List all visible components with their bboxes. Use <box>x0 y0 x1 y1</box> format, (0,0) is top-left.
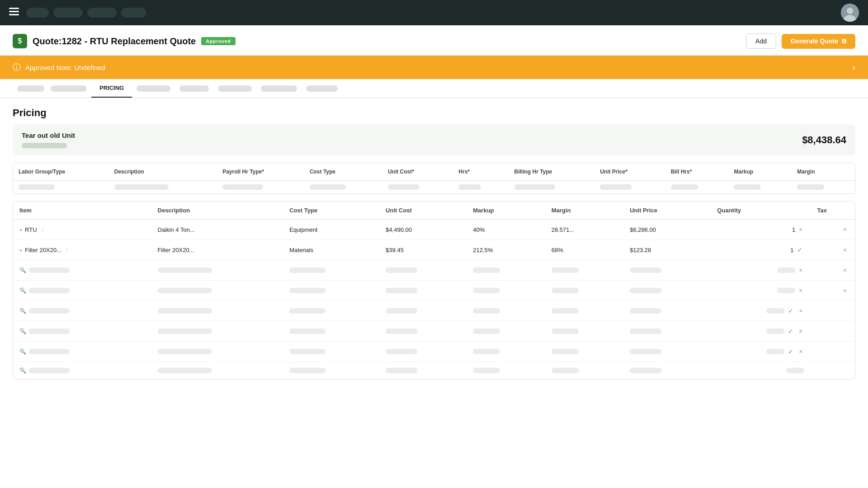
items-col-quantity: Quantity <box>711 202 811 220</box>
items-table-wrapper: Item Description Cost Type Unit Cost Mar… <box>13 201 855 380</box>
dollar-icon: $ <box>18 37 22 45</box>
item-tax-rtu: × <box>811 220 855 240</box>
delete-row-button[interactable]: × <box>841 286 849 295</box>
item-markup-filter: 212.5% <box>467 240 545 260</box>
drag-icon[interactable]: ⋮ <box>40 226 45 233</box>
item-margin-filter: 68% <box>545 240 623 260</box>
nav-pill-1[interactable] <box>26 8 49 18</box>
item-dot-icon: ● <box>19 227 22 232</box>
tabs-bar: PRICING <box>0 79 868 98</box>
delete-row-button[interactable]: × <box>797 327 804 336</box>
tab-skeleton-4[interactable] <box>179 85 209 92</box>
item-cell-rtu: ● RTU ⋮ <box>13 220 151 240</box>
quote-icon: $ <box>13 34 27 48</box>
table-row: ● Filter 20X20... ⋮ Filter 20X20... Mate… <box>13 240 855 260</box>
section-sub-skeleton <box>22 143 67 148</box>
remove-qty-button-rtu[interactable]: × <box>797 225 804 234</box>
labor-table-header: Labor Group/Type Description Payroll Hr … <box>13 163 855 181</box>
confirm-row-button[interactable]: ✓ <box>786 347 795 356</box>
delete-row-button[interactable]: × <box>797 286 804 295</box>
page-title-section: Pricing <box>0 98 868 124</box>
item-unit-price-rtu: $6,286.00 <box>623 220 711 240</box>
table-row: 🔍⋮ ✓× <box>13 321 855 342</box>
alert-chevron-icon[interactable]: › <box>852 62 855 73</box>
tab-skeleton-3[interactable] <box>137 85 170 92</box>
item-cost-type-rtu: Equipment <box>283 220 379 240</box>
col-markup: Markup <box>728 163 792 181</box>
item-cost-type-filter: Materials <box>283 240 379 260</box>
tab-skeleton-5[interactable] <box>218 85 252 92</box>
avatar[interactable] <box>841 4 859 22</box>
col-unit-price: Unit Price* <box>594 163 665 181</box>
item-unit-price-filter: $123.28 <box>623 240 711 260</box>
confirm-row-button[interactable]: ✓ <box>786 327 795 336</box>
items-col-unit-cost: Unit Cost <box>379 202 467 220</box>
svg-rect-1 <box>9 11 19 12</box>
item-markup-rtu: 40% <box>467 220 545 240</box>
main-content: $ Quote:1282 - RTU Replacement Quote App… <box>0 25 868 488</box>
item-margin-rtu: 28.571... <box>545 220 623 240</box>
drag-icon[interactable]: ⋮ <box>64 247 70 253</box>
svg-rect-0 <box>9 8 19 9</box>
col-payroll-hr-type: Payroll Hr Type* <box>217 163 304 181</box>
col-labor-group: Labor Group/Type <box>13 163 109 181</box>
item-name-filter: Filter 20X20... <box>25 247 61 253</box>
item-unit-cost-filter: $39.45 <box>379 240 467 260</box>
tab-skeleton-6[interactable] <box>261 85 297 92</box>
item-quantity-rtu: 1 × <box>711 220 811 240</box>
header-left: $ Quote:1282 - RTU Replacement Quote App… <box>13 34 236 48</box>
table-row: 🔍⋮ × × <box>13 260 855 281</box>
col-cost-type: Cost Type <box>304 163 382 181</box>
delete-row-button[interactable]: × <box>797 347 804 356</box>
table-row: 🔍⋮ × × <box>13 281 855 301</box>
items-col-cost-type: Cost Type <box>283 202 379 220</box>
approved-badge: Approved <box>201 37 235 45</box>
items-col-item: Item <box>13 202 151 220</box>
col-margin: Margin <box>792 163 855 181</box>
header-actions: Add Generate Quote ⧉ <box>746 33 855 49</box>
nav-pill-4[interactable] <box>121 8 146 18</box>
page-title: Pricing <box>13 107 855 119</box>
col-billing-hr-type: Billing Hr Type <box>509 163 595 181</box>
delete-row-button-rtu[interactable]: × <box>841 225 849 234</box>
add-button[interactable]: Add <box>746 33 776 49</box>
tab-skeleton-1[interactable] <box>17 85 44 92</box>
table-row: 🔍⋮ ✓× <box>13 342 855 362</box>
labor-table-wrapper: Labor Group/Type Description Payroll Hr … <box>13 163 855 194</box>
confirm-qty-button-filter[interactable]: ✓ <box>795 245 804 254</box>
confirm-row-button[interactable]: ✓ <box>786 306 795 315</box>
hamburger-icon[interactable] <box>9 7 19 19</box>
delete-row-button[interactable]: × <box>797 306 804 315</box>
tab-skeleton-7[interactable] <box>306 85 338 92</box>
header-bar: $ Quote:1282 - RTU Replacement Quote App… <box>0 25 868 56</box>
item-name-rtu: RTU <box>25 226 37 233</box>
item-cell-filter: ● Filter 20X20... ⋮ <box>13 240 151 260</box>
section-name: Tear out old Unit <box>22 131 75 139</box>
delete-row-button[interactable]: × <box>841 266 849 275</box>
col-description: Description <box>109 163 217 181</box>
delete-row-button-filter[interactable]: × <box>841 245 849 254</box>
tab-pricing[interactable]: PRICING <box>91 79 132 98</box>
nav-pill-2[interactable] <box>53 8 83 18</box>
col-hrs: Hrs* <box>453 163 509 181</box>
labor-table: Labor Group/Type Description Payroll Hr … <box>13 163 855 193</box>
items-table: Item Description Cost Type Unit Cost Mar… <box>13 202 855 379</box>
section-total: $8,438.64 <box>802 134 846 146</box>
delete-row-button[interactable]: × <box>797 266 804 275</box>
items-col-description: Description <box>151 202 283 220</box>
nav-pills <box>26 8 146 18</box>
item-tax-filter: × <box>811 240 855 260</box>
external-link-icon: ⧉ <box>842 38 846 45</box>
item-desc-rtu: Daikin 4 Ton... <box>151 220 283 240</box>
alert-banner[interactable]: ⓘ Approved Note: Undefined › <box>0 56 868 79</box>
nav-left <box>9 7 146 19</box>
generate-quote-button[interactable]: Generate Quote ⧉ <box>782 34 855 49</box>
tab-skeleton-2[interactable] <box>51 85 87 92</box>
quote-title: Quote:1282 - RTU Replacement Quote <box>33 36 196 47</box>
nav-pill-3[interactable] <box>87 8 117 18</box>
section-card: Tear out old Unit $8,438.64 <box>13 124 855 155</box>
svg-rect-2 <box>9 14 19 15</box>
table-row: ● RTU ⋮ Daikin 4 Ton... Equipment $4,490… <box>13 220 855 240</box>
table-row: 🔍⋮ ✓× <box>13 301 855 321</box>
table-row: 🔍⋮ <box>13 362 855 380</box>
